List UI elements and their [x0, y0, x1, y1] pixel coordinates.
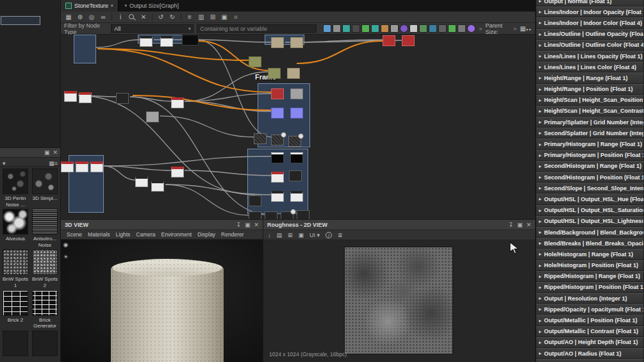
link-icon[interactable]: ∞ [99, 12, 108, 22]
node-category-icon-4[interactable] [352, 24, 360, 33]
info-icon[interactable]: i [116, 12, 125, 22]
graph-node[interactable] [402, 35, 415, 46]
expand-arrow-icon[interactable]: ▸ [539, 218, 541, 224]
expand-arrow-icon[interactable]: ▸ [539, 340, 541, 345]
camera-icon[interactable]: ◉ [63, 242, 69, 248]
close-icon[interactable]: ✕ [53, 149, 58, 156]
node-category-icon-10[interactable] [409, 24, 418, 33]
expand-arrow-icon[interactable]: ▸ [539, 350, 541, 356]
filter-icon[interactable]: ▾ [3, 160, 6, 167]
dock-icon[interactable]: ▣ [44, 149, 50, 156]
tab-stonetexture[interactable]: StoneTexture ▾ [61, 0, 119, 12]
graph-node[interactable] [76, 161, 88, 172]
library-item[interactable]: BnW Spots 2 [31, 249, 59, 288]
parameter-item[interactable]: ▸Output/HSL | Output_HSL_Lightness (Floa… [536, 216, 644, 227]
parameter-item[interactable]: ▸Primary/Histogram | Position (Float 1) [536, 150, 644, 161]
graph-node[interactable] [271, 135, 284, 145]
graph-node[interactable] [90, 161, 103, 172]
expand-arrow-icon[interactable]: ▸ [539, 185, 541, 191]
list-view-icon[interactable]: ≡ [185, 12, 194, 22]
parameter-item[interactable]: ▸Output/Roughness | Position (Float 1) [536, 359, 644, 362]
node-type-dropdown[interactable]: All ▾ [111, 24, 194, 33]
expand-arrow-icon[interactable]: ▸ [539, 97, 541, 103]
snap-grid-icon[interactable]: ⊞ [208, 12, 217, 22]
graph-node[interactable] [135, 176, 148, 187]
grid-view-icon[interactable]: ▥ [197, 12, 206, 22]
graph-node[interactable] [271, 191, 284, 202]
node-category-icon-9[interactable] [400, 24, 408, 33]
parameter-item[interactable]: ▸Lines/Indoor | Indoor Opacity (Float 1) [536, 6, 644, 17]
parameter-item[interactable]: ▸Second/Splatter | Grid Number (Integer … [536, 128, 644, 138]
library-item[interactable]: Brick 2 [1, 290, 29, 329]
docked-panel-stub[interactable] [1, 16, 40, 25]
dock-icon[interactable]: ▣ [517, 222, 523, 228]
graph-node[interactable] [290, 37, 303, 48]
graph-node[interactable] [290, 88, 303, 99]
expand-arrow-icon[interactable]: ▸ [539, 163, 541, 169]
save-icon[interactable]: ▤ [277, 232, 283, 238]
pin-icon[interactable]: ↧ [508, 222, 513, 228]
expand-arrow-icon[interactable]: ▸ [539, 208, 541, 213]
parameter-item[interactable]: ▸Output/HSL | Output_HSL_Hue (Float 1) [536, 193, 644, 204]
pixel-grid-icon[interactable]: ▦ [520, 25, 525, 32]
expand-arrow-icon[interactable]: ▸ [539, 9, 541, 15]
library-item[interactable]: Anisotro... Noise [31, 209, 59, 248]
node-category-icon-6[interactable] [371, 24, 379, 33]
graph-node[interactable] [287, 68, 300, 79]
center-view-icon[interactable]: ⊕ [76, 12, 85, 22]
library-item[interactable] [1, 331, 29, 362]
graph-node[interactable] [271, 88, 284, 99]
parameter-item[interactable]: ▸Output/AO | Radius (Float 1) [536, 348, 644, 359]
graph-node[interactable] [64, 91, 77, 102]
graph-node[interactable] [249, 56, 261, 67]
graph-node[interactable] [160, 36, 173, 47]
focus-selected-icon[interactable]: ◎ [87, 12, 96, 22]
graph-node[interactable] [182, 35, 199, 45]
background-icon[interactable]: ▣ [299, 232, 304, 238]
expand-arrow-icon[interactable]: ▸ [539, 196, 541, 202]
node-category-icon-3[interactable] [342, 24, 351, 33]
parameter-item[interactable]: ▸Output/HSL | Output_HSL_Saturation (Flo… [536, 205, 644, 216]
library-item[interactable]: 3D Perlin Noise ... [1, 169, 29, 208]
node-category-icon-12[interactable] [429, 24, 437, 33]
parameter-item[interactable]: ▸Ripped/Histogram | Position (Float 1) [536, 282, 644, 293]
graph-node[interactable] [281, 211, 293, 219]
menu-camera[interactable]: Camera [136, 231, 155, 238]
expand-arrow-icon[interactable]: ▸ [539, 284, 541, 290]
graph-node[interactable] [288, 136, 301, 147]
expand-arrow-icon[interactable]: ▸ [539, 274, 541, 279]
output-size-selector[interactable]: ▾ Output Size[Graph] [125, 3, 179, 9]
library-item[interactable]: BnW Spots 1 [1, 249, 29, 288]
expand-arrow-icon[interactable]: ▸ [539, 86, 541, 92]
parameter-item[interactable]: ▸Primary/Splatter | Grid Number (Integer… [536, 117, 644, 128]
node-graph-canvas[interactable]: Frame [61, 35, 535, 219]
expand-arrow-icon[interactable]: ▸ [539, 20, 541, 26]
menu-lights[interactable]: Lights [116, 231, 131, 238]
close-icon[interactable]: ✕ [254, 222, 259, 228]
parameter-item[interactable]: ▸Output | Resolution (Integer 1) [536, 293, 644, 304]
node-category-icon-16[interactable] [467, 24, 475, 33]
graph-node[interactable] [171, 167, 184, 177]
parameter-item[interactable]: ▸Hole/Histogram | Range (Float 1) [536, 249, 644, 259]
library-item[interactable] [31, 331, 59, 362]
menu-renderer[interactable]: Renderer [221, 231, 244, 238]
parameter-item[interactable]: ▸Ripped/Opacity | opacitymult (Float 1) [536, 304, 644, 315]
graph-node[interactable] [271, 152, 284, 163]
graph-node[interactable] [265, 211, 277, 219]
parameter-item[interactable]: ▸Lines/Lines | Lines Color (Float 4) [536, 62, 644, 72]
display-options-icon[interactable]: ▦ [64, 12, 73, 22]
undo-icon[interactable]: ↺ [156, 12, 165, 22]
graph-node[interactable] [249, 195, 261, 206]
graph-node[interactable] [290, 191, 303, 202]
expand-arrow-icon[interactable]: ▸ [539, 42, 541, 48]
parameter-item[interactable]: ▸Output | Normal (Float 1) [536, 0, 644, 6]
expand-arrow-icon[interactable]: ▸ [539, 240, 541, 246]
library-item[interactable]: Alveolus [1, 209, 29, 248]
menu-display[interactable]: Display [197, 231, 215, 238]
ui-toggle[interactable]: UI ▾ [310, 232, 320, 238]
linked-view-icon[interactable]: ●● [526, 28, 532, 31]
node-category-icon-15[interactable] [458, 24, 466, 33]
parameter-item[interactable]: ▸Blend/Background | Blend_Background_Opa… [536, 227, 644, 238]
graph-node[interactable] [254, 133, 267, 144]
parameter-item[interactable]: ▸Output/Metallic | Position (Float 1) [536, 315, 644, 325]
